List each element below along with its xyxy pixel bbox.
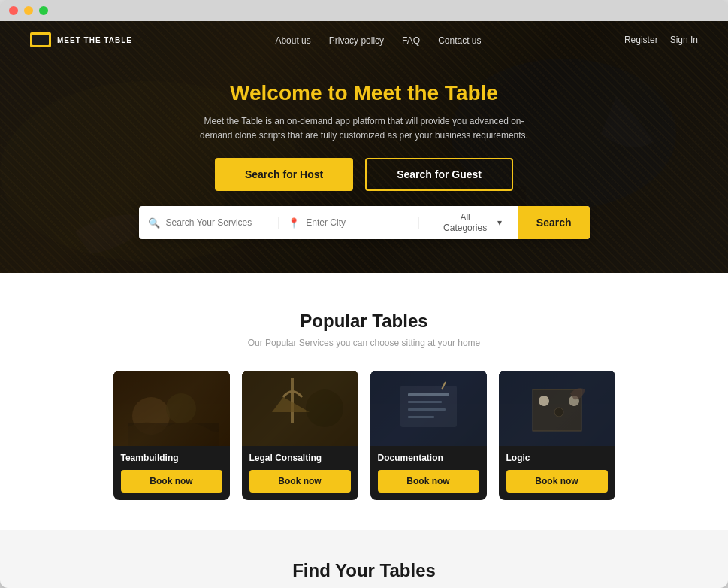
minimize-window-button[interactable] — [24, 6, 33, 15]
svg-rect-15 — [408, 408, 446, 411]
signin-link[interactable]: Sign In — [670, 35, 698, 45]
card-legal-label: Legal Consalting — [242, 446, 358, 464]
card-legal: Legal Consalting Book now — [242, 371, 358, 500]
location-icon: 📍 — [288, 217, 300, 229]
nav-about[interactable]: About us — [275, 35, 310, 46]
navbar: MEET THE TABLE About us Privacy policy F… — [0, 21, 728, 59]
category-label: All Categories — [443, 212, 487, 233]
browser-window: MEET THE TABLE About us Privacy policy F… — [0, 0, 728, 588]
hero-title-highlight: Meet the Table — [354, 81, 498, 105]
nav-contact[interactable]: Contact us — [438, 35, 481, 46]
svg-point-21 — [539, 396, 549, 406]
search-bar: 🔍 📍 All Categories ▾ Search — [139, 206, 590, 239]
browser-content: MEET THE TABLE About us Privacy policy F… — [0, 21, 728, 588]
find-tables-section: Find Your Tables Explore some of the bes… — [0, 530, 728, 588]
logo-text: MEET THE TABLE — [57, 36, 132, 44]
card-teambuilding-label: Teambuilding — [113, 446, 230, 464]
popular-tables-grid: Teambuilding Book now — [60, 371, 668, 500]
search-button[interactable]: Search — [518, 206, 590, 239]
maximize-window-button[interactable] — [39, 6, 48, 15]
card-logic: Logic Book now — [499, 371, 615, 500]
nav-faq[interactable]: FAQ — [402, 35, 420, 46]
register-link[interactable]: Register — [624, 35, 658, 45]
close-window-button[interactable] — [9, 6, 18, 15]
hero-buttons: Search for Host Search for Guest — [215, 158, 513, 191]
find-tables-title: Find Your Tables — [60, 560, 668, 581]
svg-rect-12 — [400, 386, 457, 427]
card-documentation: Documentation Book now — [370, 371, 487, 500]
category-dropdown[interactable]: All Categories ▾ — [419, 212, 518, 233]
logo[interactable]: MEET THE TABLE — [30, 32, 132, 47]
popular-tables-section: Popular Tables Our Popular Services you … — [0, 273, 728, 530]
nav-privacy[interactable]: Privacy policy — [329, 35, 384, 46]
svg-rect-13 — [408, 393, 449, 396]
svg-point-10 — [306, 389, 343, 427]
card-teambuilding-book-button[interactable]: Book now — [121, 470, 222, 493]
card-logic-image — [499, 371, 615, 446]
popular-tables-title: Popular Tables — [60, 311, 668, 332]
hero-title-plain: Welcome to — [230, 81, 353, 105]
search-host-button[interactable]: Search for Host — [215, 158, 353, 191]
card-teambuilding-image — [113, 371, 230, 446]
card-logic-label: Logic — [499, 446, 615, 464]
card-teambuilding: Teambuilding Book now — [113, 371, 230, 500]
svg-point-22 — [554, 408, 563, 417]
hero-subtitle: Meet the Table is an on-demand app platf… — [192, 114, 537, 143]
svg-rect-14 — [408, 401, 442, 403]
card-legal-book-button[interactable]: Book now — [249, 470, 351, 493]
card-legal-image — [242, 371, 358, 446]
card-documentation-image — [370, 371, 487, 446]
services-search-field: 🔍 — [139, 217, 279, 229]
svg-rect-16 — [408, 416, 434, 418]
svg-rect-9 — [291, 378, 294, 423]
chevron-down-icon: ▾ — [491, 217, 509, 228]
svg-point-6 — [166, 393, 196, 423]
logo-icon — [30, 32, 51, 47]
hero-title: Welcome to Meet the Table — [230, 81, 498, 105]
services-search-icon: 🔍 — [148, 217, 160, 229]
card-logic-book-button[interactable]: Book now — [506, 470, 608, 493]
title-bar — [0, 0, 728, 21]
popular-tables-subtitle: Our Popular Services you can choose sitt… — [60, 338, 668, 348]
city-search-input[interactable] — [306, 217, 409, 228]
filter-icon — [428, 221, 439, 224]
city-search-field: 📍 — [279, 217, 419, 229]
nav-auth: Register Sign In — [624, 35, 698, 45]
services-search-input[interactable] — [166, 217, 270, 228]
search-guest-button[interactable]: Search for Guest — [365, 158, 513, 191]
card-documentation-label: Documentation — [370, 446, 487, 464]
card-documentation-book-button[interactable]: Book now — [378, 470, 479, 493]
nav-links: About us Privacy policy FAQ Contact us — [275, 33, 481, 47]
hero-content: Welcome to Meet the Table Meet the Table… — [0, 59, 728, 239]
hero-section: MEET THE TABLE About us Privacy policy F… — [0, 21, 728, 273]
